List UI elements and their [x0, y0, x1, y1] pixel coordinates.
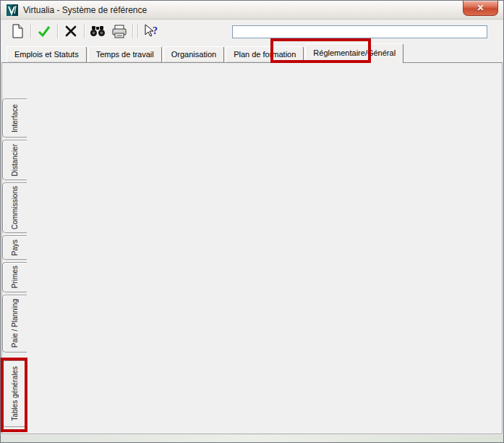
side-tab-interface[interactable]: Interface [2, 98, 27, 138]
window-bottom-frame [1, 435, 503, 442]
tab-label: Plan de formation [234, 50, 296, 59]
delete-button[interactable] [61, 22, 80, 40]
context-help-button[interactable]: ? [142, 22, 161, 40]
tab-label: Organisation [171, 50, 216, 59]
side-tab-pays[interactable]: Pays [2, 235, 27, 260]
binoculars-icon [90, 25, 106, 38]
side-tab-tables-generales[interactable]: Tables générales [2, 360, 27, 427]
tab-temps-de-travail[interactable]: Temps de travail [88, 46, 162, 62]
tab-emplois-et-statuts[interactable]: Emplois et Statuts [7, 46, 87, 62]
print-button[interactable] [110, 22, 129, 40]
validate-button[interactable] [35, 22, 54, 40]
svg-text:?: ? [153, 25, 158, 36]
toolbar-separator [137, 24, 138, 38]
toolbar-separator [30, 24, 31, 38]
toolbar-separator [57, 24, 58, 38]
printer-icon [111, 25, 127, 38]
side-tab-label: Interface [11, 104, 19, 132]
side-tab-paie-planning[interactable]: Paie / Planning [2, 295, 27, 353]
side-tab-label: Primes [11, 266, 19, 288]
main-tabstrip: Emplois et StatutsTemps de travailOrgani… [1, 43, 503, 62]
side-tab-label: Paie / Planning [11, 299, 19, 347]
help-cursor-icon: ? [142, 24, 160, 38]
side-tabstrip: InterfaceDistancierCommissionsPaysPrimes… [2, 0, 27, 443]
toolbar: ? [1, 20, 503, 43]
close-button[interactable]: ✕ [463, 1, 498, 16]
checkmark-icon [37, 25, 51, 38]
side-tab-label: Pays [11, 240, 19, 256]
delete-x-icon [64, 25, 77, 38]
tab-label: Temps de travail [96, 50, 154, 59]
search-input[interactable] [232, 25, 487, 38]
tab-plan-de-formation[interactable]: Plan de formation [226, 46, 304, 62]
side-tab-primes[interactable]: Primes [2, 262, 27, 292]
tab-reglementaire-general[interactable]: Réglementaire/Général [305, 43, 403, 63]
toolbar-separator [84, 24, 85, 38]
close-icon: ✕ [477, 3, 484, 13]
side-tab-distancier[interactable]: Distancier [2, 140, 27, 180]
side-tab-label: Commissions [11, 186, 19, 229]
search-button[interactable] [88, 22, 107, 40]
tab-page-reglementaire [1, 62, 503, 434]
side-tab-commissions[interactable]: Commissions [2, 182, 27, 233]
tab-label: Emplois et Statuts [14, 50, 79, 59]
title-bar: Virtualia - Système de référence ✕ [1, 1, 503, 20]
window-title: Virtualia - Système de référence [23, 5, 147, 15]
toolbar-separator [132, 24, 133, 38]
tab-label: Réglementaire/Général [313, 48, 396, 57]
side-tab-label: Distancier [11, 144, 19, 176]
side-tab-label: Tables générales [11, 366, 19, 421]
tab-organisation[interactable]: Organisation [163, 46, 224, 62]
